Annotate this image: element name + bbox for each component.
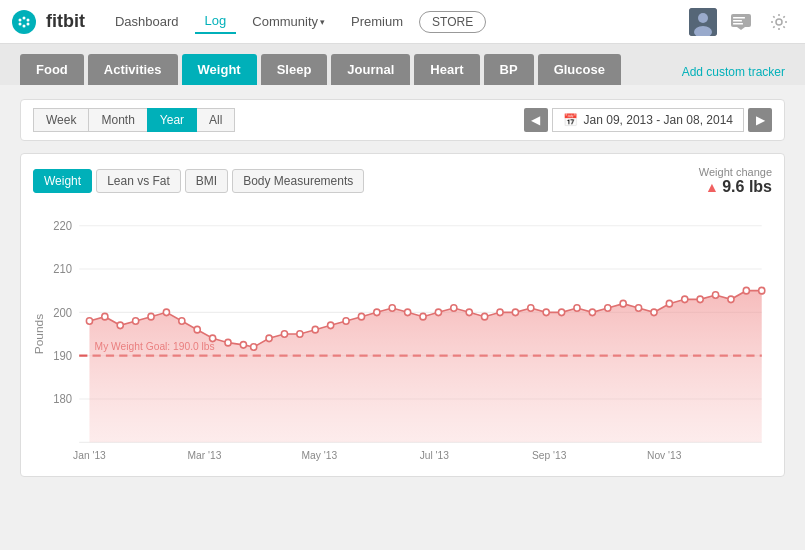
tab-journal[interactable]: Journal: [331, 54, 410, 85]
svg-point-78: [728, 296, 734, 303]
svg-text:Mar '13: Mar '13: [187, 448, 221, 460]
svg-point-73: [651, 309, 657, 316]
svg-rect-14: [733, 23, 743, 25]
svg-point-38: [117, 322, 123, 329]
settings-icon[interactable]: [765, 8, 793, 36]
next-period-button[interactable]: ▶: [748, 108, 772, 132]
svg-point-40: [148, 313, 154, 320]
svg-point-46: [240, 342, 246, 349]
nav-right-icons: [689, 8, 793, 36]
calendar-icon: 📅: [563, 113, 578, 127]
logo-area: fitbit: [12, 10, 85, 34]
weight-chart-svg: Pounds 220 210 200 190 180 Jan '13 Mar '…: [33, 204, 772, 464]
tab-sleep[interactable]: Sleep: [261, 54, 328, 85]
svg-point-5: [23, 24, 26, 27]
svg-point-63: [497, 309, 503, 316]
add-custom-area: Add custom tracker: [682, 64, 785, 85]
svg-text:Nov '13: Nov '13: [647, 448, 682, 460]
svg-point-65: [528, 305, 534, 312]
tab-food[interactable]: Food: [20, 54, 84, 85]
svg-point-8: [698, 13, 708, 23]
community-caret-icon: ▾: [320, 17, 325, 27]
svg-point-56: [389, 305, 395, 312]
svg-point-76: [697, 296, 703, 303]
chart-container: Weight Lean vs Fat BMI Body Measurements…: [20, 153, 785, 477]
svg-point-39: [133, 318, 139, 325]
svg-rect-12: [733, 17, 745, 19]
svg-point-41: [163, 309, 169, 316]
svg-point-75: [682, 296, 688, 303]
svg-point-74: [666, 300, 672, 307]
nav-links: Dashboard Log Community ▾ Premium STORE: [105, 9, 679, 34]
prev-period-button[interactable]: ◀: [524, 108, 548, 132]
chart-tab-lean-vs-fat[interactable]: Lean vs Fat: [96, 169, 181, 193]
date-range-display: 📅 Jan 09, 2013 - Jan 08, 2014: [552, 108, 744, 132]
period-bar: Week Month Year All ◀ 📅 Jan 09, 2013 - J…: [20, 99, 785, 141]
svg-text:200: 200: [53, 305, 72, 318]
svg-point-66: [543, 309, 549, 316]
svg-point-70: [605, 305, 611, 312]
tab-heart[interactable]: Heart: [414, 54, 479, 85]
chart-tab-bmi[interactable]: BMI: [185, 169, 228, 193]
svg-text:220: 220: [53, 219, 72, 232]
chart-tab-body-measurements[interactable]: Body Measurements: [232, 169, 364, 193]
svg-point-43: [194, 326, 200, 333]
tab-glucose[interactable]: Glucose: [538, 54, 621, 85]
svg-rect-13: [733, 20, 742, 22]
tab-bp[interactable]: BP: [484, 54, 534, 85]
svg-point-15: [776, 19, 782, 25]
period-month[interactable]: Month: [88, 108, 147, 132]
chart-header: Weight Lean vs Fat BMI Body Measurements…: [33, 166, 772, 196]
svg-point-0: [14, 12, 34, 32]
svg-point-80: [759, 287, 765, 294]
svg-point-6: [27, 22, 30, 25]
svg-point-1: [19, 18, 22, 21]
svg-point-67: [559, 309, 565, 316]
svg-point-47: [251, 344, 257, 351]
user-avatar[interactable]: [689, 8, 717, 36]
svg-point-49: [281, 331, 287, 338]
logo-text: fitbit: [46, 11, 85, 32]
weight-chart-wrapper: Pounds 220 210 200 190 180 Jan '13 Mar '…: [33, 204, 772, 464]
nav-community[interactable]: Community ▾: [242, 10, 335, 33]
svg-point-54: [358, 313, 364, 320]
svg-point-50: [297, 331, 303, 338]
messages-icon[interactable]: [727, 8, 755, 36]
svg-point-53: [343, 318, 349, 325]
chart-tab-weight[interactable]: Weight: [33, 169, 92, 193]
store-button[interactable]: STORE: [419, 11, 486, 33]
svg-point-48: [266, 335, 272, 342]
nav-dashboard[interactable]: Dashboard: [105, 10, 189, 33]
svg-point-3: [27, 18, 30, 21]
top-nav: fitbit Dashboard Log Community ▾ Premium…: [0, 0, 805, 44]
date-range-text: Jan 09, 2013 - Jan 08, 2014: [584, 113, 733, 127]
svg-point-52: [328, 322, 334, 329]
svg-point-57: [405, 309, 411, 316]
period-week[interactable]: Week: [33, 108, 89, 132]
svg-point-71: [620, 300, 626, 307]
svg-text:Jul '13: Jul '13: [420, 448, 449, 460]
fitbit-logo-icon: [12, 10, 36, 34]
tab-weight[interactable]: Weight: [182, 54, 257, 85]
svg-point-69: [589, 309, 595, 316]
period-year[interactable]: Year: [147, 108, 197, 132]
svg-text:May '13: May '13: [302, 448, 338, 460]
nav-log[interactable]: Log: [195, 9, 237, 34]
nav-premium[interactable]: Premium: [341, 10, 413, 33]
svg-point-45: [225, 339, 231, 346]
period-nav: ◀ 📅 Jan 09, 2013 - Jan 08, 2014 ▶: [524, 108, 772, 132]
weight-change-display: Weight change ▲ 9.6 lbs: [699, 166, 772, 196]
weight-change-value-row: ▲ 9.6 lbs: [699, 178, 772, 196]
svg-point-51: [312, 326, 318, 333]
svg-text:210: 210: [53, 262, 72, 275]
svg-point-62: [482, 313, 488, 320]
svg-point-77: [712, 292, 718, 299]
svg-text:190: 190: [53, 349, 72, 362]
svg-text:180: 180: [53, 392, 72, 405]
svg-point-37: [102, 313, 108, 320]
add-custom-link[interactable]: Add custom tracker: [682, 65, 785, 79]
svg-point-42: [179, 318, 185, 325]
period-all[interactable]: All: [196, 108, 235, 132]
tab-activities[interactable]: Activities: [88, 54, 178, 85]
svg-point-61: [466, 309, 472, 316]
